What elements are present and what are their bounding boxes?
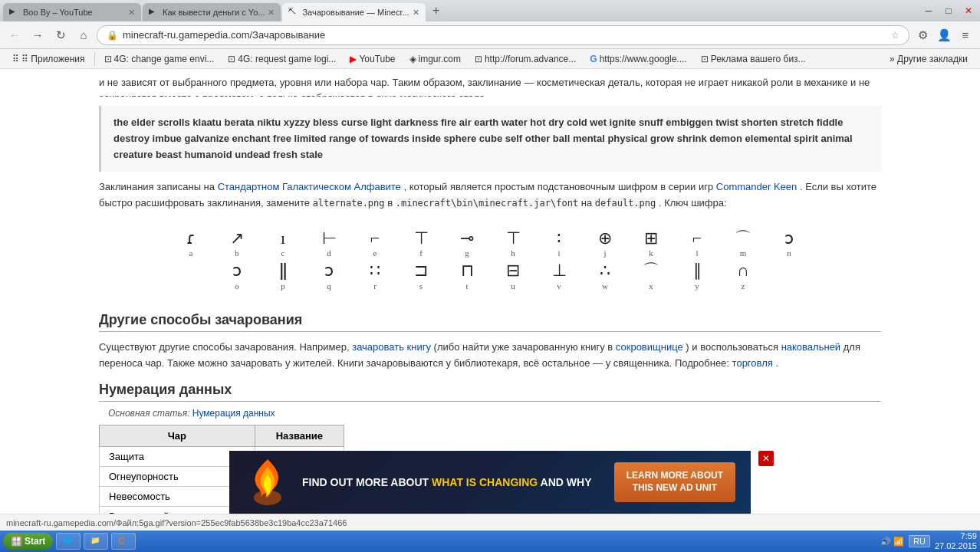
- taskbar-right: 🔊 📶 RU 7:59 27.02.2015: [880, 531, 977, 551]
- bookmark-youtube[interactable]: ▶ YouTube: [344, 52, 401, 66]
- bookmark-ads-label: Реклама вашего биз...: [711, 54, 806, 64]
- anvil-link[interactable]: наковальней: [781, 341, 841, 353]
- alphabet-container: ɾ a ↗ b ı c ⊢ d: [99, 221, 881, 301]
- tab-3-close[interactable]: ✕: [413, 8, 419, 18]
- tab-2-close[interactable]: ✕: [268, 8, 275, 18]
- letter-y: ∥ y: [683, 261, 711, 290]
- trade-link[interactable]: торговля: [732, 357, 773, 369]
- bookmarks-bar: ⠿ ⠿ Приложения ⊡ 4G: change game envi...…: [0, 49, 980, 69]
- console-icon: C: [118, 536, 129, 547]
- letter-q: ɔ q: [315, 261, 343, 290]
- letter-x: ⌒ x: [637, 261, 665, 290]
- star-icon[interactable]: ☆: [891, 30, 899, 41]
- minimize-button[interactable]: ─: [920, 4, 937, 18]
- letter-t: ⊓ t: [453, 261, 481, 290]
- taskbar-console[interactable]: C: [111, 533, 136, 550]
- table-header-char: Чар: [100, 426, 255, 447]
- table-header-name: Название: [255, 426, 344, 447]
- letter-w: ∴ w: [591, 261, 619, 290]
- home-button[interactable]: ⌂: [74, 25, 94, 45]
- letter-r: ∷ r: [361, 261, 389, 290]
- bookmark-2-favicon: ⊡: [228, 54, 235, 64]
- letter-h: ⊤ h: [499, 228, 527, 258]
- tab-3-favicon: ⛏: [288, 7, 299, 18]
- bookmark-imgur-label: imgur.com: [419, 54, 461, 64]
- letter-u: ⊟ u: [499, 261, 527, 290]
- letter-o: ↄ o: [223, 261, 251, 290]
- bookmark-imgur-favicon: ◈: [409, 54, 416, 64]
- status-url: minecraft-ru.gamepedia.com/Файл:5ga.gif?…: [6, 518, 347, 527]
- alphabet-row-1: ɾ a ↗ b ı c ⊢ d: [177, 228, 803, 258]
- bookmark-youtube-label: YouTube: [359, 54, 395, 64]
- other-bookmarks[interactable]: » Другие закладки: [883, 52, 974, 66]
- code-default: default.png: [595, 198, 656, 209]
- apps-button[interactable]: ⠿ ⠿ Приложения: [6, 52, 91, 66]
- letter-j: ⊕ j: [591, 228, 619, 258]
- letter-c: ı c: [269, 228, 297, 258]
- section-other-methods-heading: Другие способы зачарования: [99, 312, 881, 332]
- extensions-button[interactable]: ⚙: [913, 25, 932, 45]
- bookmark-ads[interactable]: ⊡ Реклама вашего биз...: [695, 52, 812, 66]
- letter-d: ⊢ d: [315, 228, 343, 258]
- commander-keen-link[interactable]: Commander Keen: [716, 181, 797, 192]
- ad-learn-more-button[interactable]: LEARN MORE ABOUT THIS NEW AD UNIT: [614, 462, 735, 501]
- enchant-book-link[interactable]: зачаровать книгу: [352, 341, 431, 353]
- bookmark-google-label: https://www.google....: [600, 54, 687, 64]
- alphabet-row-2: ↄ o ǁ p ɔ q ∷ r: [177, 261, 803, 290]
- refresh-button[interactable]: ↻: [51, 25, 71, 45]
- apps-label: ⠿ Приложения: [21, 54, 85, 64]
- back-button[interactable]: ←: [5, 25, 25, 45]
- letter-p: ǁ p: [269, 261, 297, 290]
- taskbar-icons-area: 🔊 📶: [880, 537, 904, 547]
- bookmark-imgur[interactable]: ◈ imgur.com: [403, 52, 467, 66]
- bookmark-forum-label: http://forum.advance...: [485, 54, 576, 64]
- clock-date: 27.02.2015: [935, 541, 977, 551]
- tab-3[interactable]: ⛏ Зачаровывание — Minecr... ✕: [282, 3, 425, 21]
- letter-g: ⊸ g: [453, 228, 481, 258]
- tab-2-favicon: ▶: [149, 7, 159, 18]
- apps-icon: ⠿: [12, 54, 19, 64]
- language-button[interactable]: RU: [909, 535, 930, 547]
- letter-v: ⊥ v: [545, 261, 573, 290]
- maximize-button[interactable]: □: [940, 4, 957, 18]
- taskbar: 🪟 Start 🌐 📁 C 🔊 📶 RU 7:59 27.02.2015: [0, 531, 980, 552]
- address-bar[interactable]: 🔒 minecraft-ru.gamepedia.com/Зачаровыван…: [97, 25, 909, 45]
- bookmark-google[interactable]: G https://www.google....: [584, 52, 692, 66]
- new-tab-button[interactable]: +: [427, 3, 446, 18]
- start-button[interactable]: 🪟 Start: [3, 533, 53, 550]
- ad-highlight-text: WHAT IS CHANGING: [432, 476, 538, 488]
- other-methods-text: Существуют другие способы зачарования. Н…: [99, 340, 881, 372]
- bookmark-1-label: 4G: change game envi...: [114, 54, 215, 64]
- section-data-numbering-heading: Нумерация данных: [99, 382, 881, 402]
- tab-1-title: Boo By – YouTube: [23, 8, 125, 17]
- bookmark-1-favicon: ⊡: [104, 54, 112, 64]
- person-button[interactable]: 👤: [934, 25, 954, 45]
- alphabet-grid: ɾ a ↗ b ı c ⊢ d: [177, 228, 803, 294]
- letter-e: ⌐ e: [361, 228, 389, 258]
- galactic-alphabet-link[interactable]: Стандартном Галактическом Алфавите: [218, 181, 401, 192]
- ad-close-button[interactable]: ✕: [758, 451, 774, 466]
- main-article-link[interactable]: Нумерация данных: [192, 408, 275, 419]
- bookmark-divider-1: [94, 52, 95, 66]
- tab-2[interactable]: ▶ Как вывести деньги с Yo... ✕: [143, 3, 281, 21]
- treasure-link[interactable]: сокровищнице: [616, 341, 683, 353]
- close-button[interactable]: ✕: [960, 4, 977, 18]
- intro-text: и не зависят от выбранного предмета, уро…: [99, 75, 881, 97]
- forward-button[interactable]: →: [28, 25, 48, 45]
- nav-bar: ← → ↻ ⌂ 🔒 minecraft-ru.gamepedia.com/Зач…: [0, 21, 980, 49]
- window-controls: ─ □ ✕: [920, 4, 977, 18]
- taskbar-chrome[interactable]: 🌐: [56, 533, 81, 550]
- ad-text: FIND OUT MORE ABOUT WHAT IS CHANGING AND…: [291, 476, 614, 488]
- tab-1[interactable]: ▶ Boo By – YouTube ✕: [3, 3, 141, 21]
- bookmark-forum-favicon: ⊡: [475, 54, 482, 64]
- bookmark-google-favicon: G: [590, 54, 597, 64]
- tab-1-close[interactable]: ✕: [128, 8, 135, 18]
- menu-button[interactable]: ≡: [955, 25, 975, 45]
- letter-a: ɾ a: [177, 228, 205, 258]
- taskbar-explorer[interactable]: 📁: [84, 533, 108, 550]
- tab-1-favicon: ▶: [9, 7, 20, 18]
- clock-time: 7:59: [935, 531, 977, 541]
- bookmark-1[interactable]: ⊡ 4G: change game envi...: [98, 52, 221, 66]
- bookmark-2[interactable]: ⊡ 4G: request game logi...: [222, 52, 342, 66]
- bookmark-forum[interactable]: ⊡ http://forum.advance...: [469, 52, 582, 66]
